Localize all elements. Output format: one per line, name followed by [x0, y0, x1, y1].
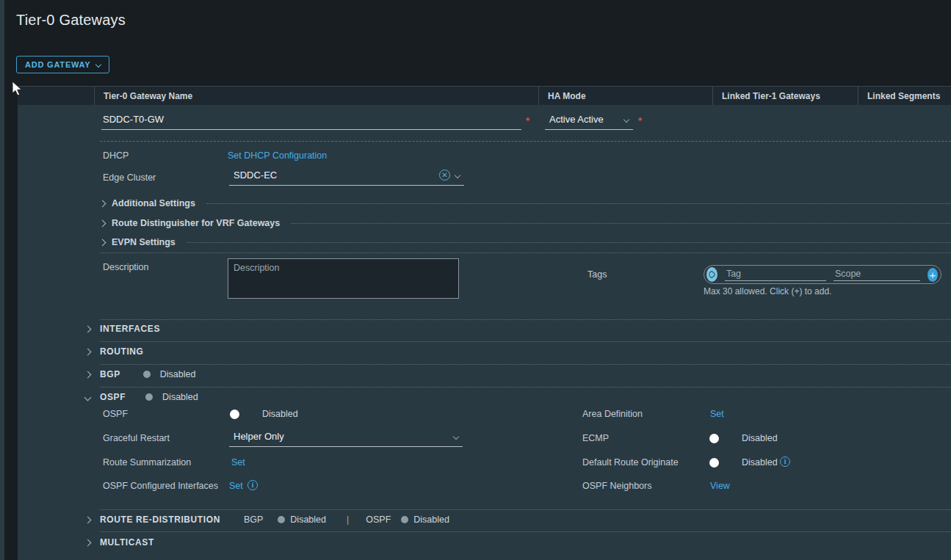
separator	[100, 341, 951, 342]
header-gateway-name: Tier-0 Gateway Name	[94, 87, 538, 105]
chevron-down-icon	[84, 393, 92, 401]
ospf-configured-interfaces-label: OSPF Configured Interfaces	[103, 481, 218, 491]
separator	[100, 319, 951, 320]
header-linked-segments: Linked Segments	[858, 87, 951, 105]
graceful-restart-value: Helper Only	[234, 431, 284, 442]
route-summarization-set-link[interactable]: Set	[231, 457, 245, 468]
default-route-originate-state: Disabled	[742, 457, 778, 468]
chevron-right-icon	[84, 325, 92, 332]
gateway-name-field[interactable]	[101, 112, 521, 130]
ecmp-state: Disabled	[742, 433, 778, 443]
separator	[100, 141, 951, 142]
ospf-status-dot	[145, 393, 153, 401]
add-gateway-button[interactable]: ADD GATEWAY	[16, 56, 109, 73]
tags-label: Tags	[587, 269, 607, 280]
chevron-down-icon	[623, 116, 629, 122]
info-icon[interactable]: i	[247, 480, 258, 490]
multicast-section-toggle[interactable]: MULTICAST	[85, 537, 154, 548]
separator	[100, 364, 951, 365]
tag-input[interactable]	[725, 269, 826, 281]
set-dhcp-configuration-link[interactable]: Set DHCP Configuration	[228, 150, 327, 161]
toggle-knob	[709, 434, 719, 443]
toggle-knob	[230, 410, 239, 419]
redistribution-ospf-label: OSPF	[366, 514, 391, 525]
chevron-down-icon	[453, 433, 459, 439]
tags-input-group: +	[704, 265, 941, 284]
redistribution-bgp-dot	[278, 516, 285, 523]
redistribution-ospf-status: Disabled	[413, 514, 449, 525]
left-edge-strip	[0, 0, 4, 560]
pipe-separator: |	[347, 514, 349, 525]
ospf-status: Disabled	[162, 392, 198, 402]
edge-cluster-value: SDDC-EC	[234, 170, 277, 181]
additional-settings-section[interactable]: Additional Settings	[100, 197, 951, 209]
ecmp-label: ECMP	[582, 433, 609, 443]
route-distinguisher-section[interactable]: Route Distinguisher for VRF Gateways	[100, 217, 951, 229]
multicast-label: MULTICAST	[100, 537, 154, 548]
graceful-restart-label: Graceful Restart	[103, 433, 170, 443]
routing-section-toggle[interactable]: ROUTING	[85, 346, 144, 357]
interfaces-section-toggle[interactable]: INTERFACES	[85, 324, 160, 334]
edge-cluster-label: Edge Cluster	[103, 172, 156, 183]
gateways-table-header: Tier-0 Gateway Name HA Mode Linked Tier-…	[18, 86, 951, 105]
ospf-neighbors-view-link[interactable]: View	[710, 481, 730, 491]
separator	[100, 531, 951, 532]
separator	[100, 387, 951, 388]
area-definition-set-link[interactable]: Set	[710, 409, 724, 419]
redistribution-bgp-status: Disabled	[290, 514, 326, 525]
dotted-trail	[187, 242, 951, 243]
page-title: Tier-0 Gateways	[16, 12, 126, 29]
ospf-toggle-label: OSPF	[103, 409, 128, 419]
ha-mode-select[interactable]: Active Active	[545, 112, 633, 130]
ospf-neighbors-label: OSPF Neighbors	[582, 481, 651, 491]
header-expander-column	[18, 87, 94, 105]
gateway-name-input[interactable]	[101, 112, 521, 129]
ospf-section-toggle[interactable]: OSPF Disabled	[85, 392, 198, 402]
separator	[100, 509, 951, 510]
tier0-gateways-page: Tier-0 Gateways ADD GATEWAY Tier-0 Gatew…	[0, 0, 951, 560]
header-ha-mode: HA Mode	[538, 87, 712, 105]
add-tag-button[interactable]: +	[928, 268, 938, 282]
route-distinguisher-label: Route Distinguisher for VRF Gateways	[112, 218, 280, 228]
add-gateway-label: ADD GATEWAY	[25, 60, 90, 69]
ospf-configured-interfaces-set-link[interactable]: Set	[229, 481, 243, 491]
bgp-section-toggle[interactable]: BGP Disabled	[85, 369, 195, 379]
graceful-restart-select[interactable]: Helper Only	[229, 429, 463, 447]
redistribution-ospf-dot	[401, 516, 408, 523]
additional-settings-label: Additional Settings	[112, 198, 195, 208]
chevron-right-icon	[84, 516, 92, 523]
chevron-down-icon	[455, 172, 460, 178]
toggle-knob	[709, 458, 719, 468]
ospf-label: OSPF	[100, 392, 126, 402]
chevron-right-icon	[99, 239, 106, 246]
redistribution-bgp-label: BGP	[244, 514, 263, 525]
gateway-edit-row: * Active Active * DHCP Set DHCP Configur…	[18, 105, 951, 560]
tags-hint: Max 30 allowed. Click (+) to add.	[704, 286, 831, 297]
ospf-toggle-state: Disabled	[262, 409, 298, 419]
route-redistribution-section-toggle[interactable]: ROUTE RE-DISTRIBUTION BGP Disabled | OSP…	[85, 514, 449, 525]
info-icon[interactable]: i	[780, 457, 790, 467]
interfaces-label: INTERFACES	[100, 324, 160, 334]
ha-mode-value: Active Active	[549, 114, 604, 125]
edge-cluster-select[interactable]: SDDC-EC ✕	[229, 168, 464, 186]
tag-icon	[706, 267, 717, 282]
default-route-originate-label: Default Route Originate	[582, 457, 679, 468]
clear-selection-icon[interactable]: ✕	[439, 170, 450, 181]
routing-label: ROUTING	[100, 346, 144, 357]
description-textarea[interactable]	[228, 258, 459, 299]
evpn-settings-section[interactable]: EVPN Settings	[100, 236, 951, 248]
evpn-settings-label: EVPN Settings	[112, 237, 176, 247]
dotted-trail	[291, 223, 951, 224]
chevron-right-icon	[99, 219, 106, 227]
chevron-right-icon	[84, 539, 92, 546]
route-summarization-label: Route Summarization	[103, 457, 191, 468]
bgp-label: BGP	[100, 369, 120, 379]
scope-input[interactable]	[834, 269, 920, 281]
bgp-status: Disabled	[160, 369, 196, 379]
tag-glyph-icon	[708, 270, 716, 278]
chevron-right-icon	[84, 348, 92, 355]
separator	[100, 252, 951, 253]
required-asterisk: *	[638, 115, 642, 126]
chevron-down-icon	[95, 62, 101, 68]
description-label: Description	[103, 262, 149, 272]
